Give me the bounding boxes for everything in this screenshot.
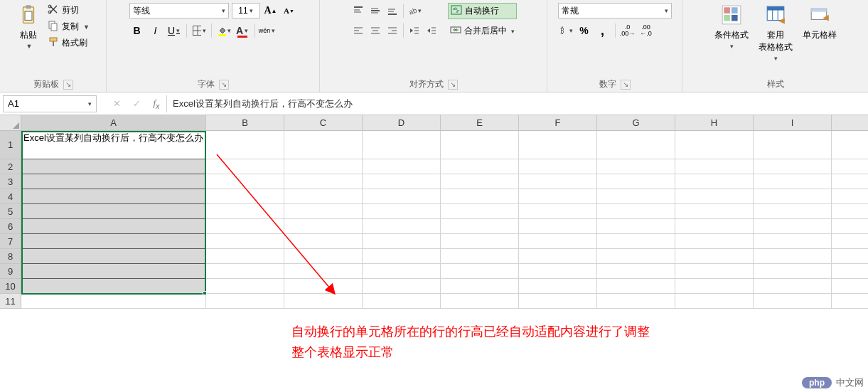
- cell[interactable]: [519, 249, 597, 264]
- cell[interactable]: [363, 189, 441, 204]
- cell[interactable]: [597, 264, 675, 279]
- cell[interactable]: [441, 131, 519, 159]
- cell[interactable]: [206, 294, 284, 309]
- cell[interactable]: [441, 294, 519, 309]
- align-top-button[interactable]: [350, 3, 366, 18]
- cell[interactable]: [206, 204, 284, 219]
- cell[interactable]: [284, 189, 363, 204]
- cell[interactable]: [363, 249, 441, 264]
- align-right-button[interactable]: [385, 23, 400, 38]
- cell[interactable]: [363, 204, 441, 219]
- cell[interactable]: [441, 249, 519, 264]
- cell[interactable]: [441, 279, 519, 294]
- column-header[interactable]: F: [519, 115, 597, 131]
- dialog-launcher-icon[interactable]: ↘: [621, 80, 631, 90]
- format-painter-button[interactable]: 格式刷: [46, 36, 91, 51]
- decrease-font-button[interactable]: A▼: [282, 3, 297, 18]
- dialog-launcher-icon[interactable]: ↘: [63, 80, 73, 90]
- cell[interactable]: [284, 249, 363, 264]
- phonetic-button[interactable]: wén▾: [259, 23, 275, 38]
- copy-button[interactable]: 复制 ▼: [46, 19, 91, 34]
- cell[interactable]: [832, 234, 868, 249]
- cell[interactable]: [363, 294, 441, 309]
- cell[interactable]: [597, 204, 675, 219]
- name-box[interactable]: A1 ▾: [3, 95, 97, 112]
- cell[interactable]: [284, 234, 363, 249]
- cell[interactable]: [21, 249, 206, 264]
- cell[interactable]: [597, 131, 675, 159]
- increase-font-button[interactable]: A▲: [263, 3, 279, 18]
- cell[interactable]: [519, 159, 597, 174]
- cell[interactable]: [597, 189, 675, 204]
- cell[interactable]: [675, 189, 754, 204]
- percent-button[interactable]: %: [577, 23, 592, 38]
- cell[interactable]: [754, 294, 832, 309]
- cell[interactable]: [519, 189, 597, 204]
- cell[interactable]: [21, 204, 206, 219]
- cell[interactable]: [754, 204, 832, 219]
- cell[interactable]: [754, 219, 832, 234]
- cell[interactable]: [519, 174, 597, 189]
- cell[interactable]: [675, 204, 754, 219]
- cell[interactable]: [519, 294, 597, 309]
- cell[interactable]: [832, 279, 868, 294]
- cell-styles-button[interactable]: 单元格样: [800, 3, 840, 63]
- cell[interactable]: [519, 131, 597, 159]
- cell[interactable]: [206, 279, 284, 294]
- align-bottom-button[interactable]: [385, 3, 400, 18]
- increase-indent-button[interactable]: [424, 23, 439, 38]
- column-header[interactable]: E: [441, 115, 519, 131]
- cell[interactable]: [21, 159, 206, 174]
- cell[interactable]: [754, 174, 832, 189]
- cell[interactable]: [206, 234, 284, 249]
- cell[interactable]: [441, 219, 519, 234]
- cell[interactable]: [206, 159, 284, 174]
- cell[interactable]: [284, 219, 363, 234]
- row-header[interactable]: 3: [0, 174, 21, 189]
- cell[interactable]: [21, 279, 206, 294]
- cell[interactable]: [284, 279, 363, 294]
- cell[interactable]: [597, 159, 675, 174]
- cell[interactable]: [832, 159, 868, 174]
- increase-decimal-button[interactable]: .0.00→: [620, 23, 636, 38]
- cell[interactable]: [206, 131, 284, 159]
- cell[interactable]: [519, 234, 597, 249]
- cell[interactable]: [754, 159, 832, 174]
- cell[interactable]: [363, 264, 441, 279]
- enter-formula-button[interactable]: ✓: [127, 94, 146, 114]
- column-header[interactable]: I: [754, 115, 832, 131]
- row-header[interactable]: 9: [0, 264, 21, 279]
- cell[interactable]: [363, 234, 441, 249]
- cell[interactable]: [675, 131, 754, 159]
- cell[interactable]: [206, 249, 284, 264]
- cell[interactable]: [519, 264, 597, 279]
- column-header[interactable]: B: [206, 115, 284, 131]
- cell[interactable]: [363, 219, 441, 234]
- row-header[interactable]: 11: [0, 294, 21, 309]
- cell-grid[interactable]: Excel设置某列自动换行后，行高不变怎么办: [21, 131, 868, 309]
- cell[interactable]: [21, 174, 206, 189]
- row-header[interactable]: 7: [0, 234, 21, 249]
- table-format-button[interactable]: 套用 表格格式▾: [756, 3, 795, 63]
- cell[interactable]: [754, 131, 832, 159]
- cell[interactable]: [363, 174, 441, 189]
- cell[interactable]: [754, 189, 832, 204]
- cell[interactable]: [832, 189, 868, 204]
- font-size-combo[interactable]: 11▾: [232, 3, 260, 18]
- row-header[interactable]: 4: [0, 189, 21, 204]
- cell[interactable]: [754, 279, 832, 294]
- cell[interactable]: [597, 219, 675, 234]
- number-format-combo[interactable]: 常规▾: [558, 3, 672, 18]
- row-header[interactable]: 5: [0, 204, 21, 219]
- cell[interactable]: [597, 279, 675, 294]
- cell[interactable]: [597, 174, 675, 189]
- cell[interactable]: [675, 294, 754, 309]
- cell[interactable]: [675, 219, 754, 234]
- decrease-indent-button[interactable]: [407, 23, 422, 38]
- cell[interactable]: [21, 234, 206, 249]
- align-middle-button[interactable]: [368, 3, 383, 18]
- column-header[interactable]: J: [832, 115, 868, 131]
- comma-style-button[interactable]: ,: [595, 23, 611, 38]
- cell[interactable]: [441, 264, 519, 279]
- cell[interactable]: [441, 159, 519, 174]
